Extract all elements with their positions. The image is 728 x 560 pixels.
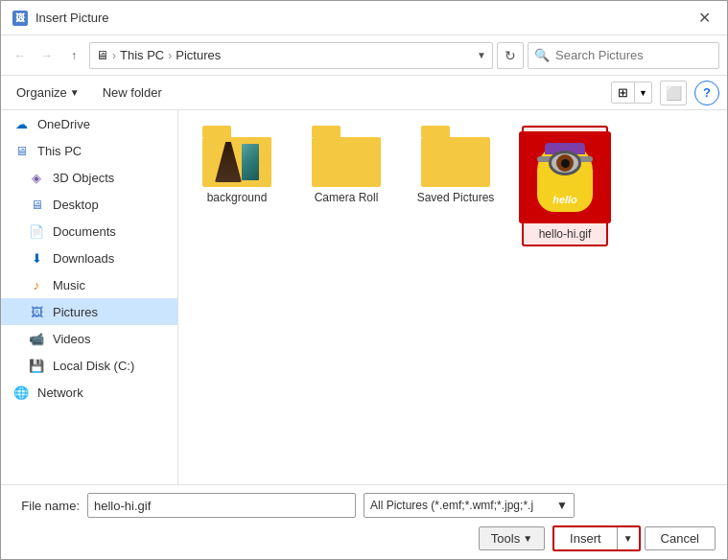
view-dropdown-arrow[interactable]: ▼	[635, 85, 651, 101]
saved-pictures-folder-icon	[421, 126, 490, 187]
dialog-title: Insert Picture	[35, 11, 109, 25]
filename-row: File name: All Pictures (*.emf;*.wmf;*.j…	[12, 493, 716, 518]
gif-label: hello-hi.gif	[539, 227, 592, 241]
title-bar: 🖼 Insert Picture ✕	[1, 1, 727, 35]
sidebar-item-network[interactable]: 🌐 Network	[1, 379, 177, 406]
sidebar-label-pictures: Pictures	[53, 305, 98, 319]
gif-thumbnail: hello	[519, 131, 611, 223]
3dobjects-icon: ◈	[28, 169, 45, 186]
hello-text: hello	[552, 194, 577, 205]
camera-roll-label: Camera Roll	[315, 191, 379, 204]
tree-shape	[215, 142, 242, 182]
file-camera-roll[interactable]: Camera Roll	[303, 126, 389, 246]
title-bar-left: 🖼 Insert Picture	[12, 11, 109, 26]
background-folder-icon	[202, 126, 271, 187]
sidebar-label-downloads: Downloads	[53, 251, 114, 266]
onedrive-icon: ☁	[12, 115, 30, 132]
minion-figure: hello	[531, 139, 599, 216]
back-button[interactable]: ←	[9, 44, 32, 67]
sidebar-label-localdisk: Local Disk (C:)	[53, 359, 134, 373]
insert-picture-dialog: 🖼 Insert Picture ✕ ← → ↑ 🖥 › This PC › P…	[0, 0, 728, 560]
bottom-bar: File name: All Pictures (*.emf;*.wmf;*.j…	[1, 484, 727, 559]
tools-button[interactable]: Tools ▼	[479, 526, 545, 550]
background-label: background	[207, 191, 268, 204]
sidebar-label-3dobjects: 3D Objects	[53, 171, 114, 185]
downloads-icon: ⬇	[28, 249, 45, 267]
path-pictures[interactable]: Pictures	[176, 48, 221, 62]
file-hello-hi-gif[interactable]: hello hello-hi.gif	[522, 126, 608, 246]
filename-input[interactable]	[87, 493, 356, 518]
sidebar-item-desktop[interactable]: 🖥 Desktop	[1, 191, 177, 218]
sidebar-item-videos[interactable]: 📹 Videos	[1, 325, 177, 352]
network-icon: 🌐	[12, 384, 30, 401]
close-button[interactable]: ✕	[693, 7, 716, 30]
folder-body	[421, 137, 490, 187]
path-dropdown-arrow[interactable]: ▼	[477, 50, 486, 60]
music-icon: ♪	[28, 276, 45, 293]
forward-button[interactable]: →	[35, 44, 59, 67]
organize-button[interactable]: Organize ▼	[9, 82, 87, 103]
new-folder-button[interactable]: New folder	[95, 82, 170, 103]
documents-icon: 📄	[28, 222, 45, 240]
toolbar: Organize ▼ New folder ⊞ ▼ ⬜ ?	[1, 76, 727, 110]
saved-pictures-label: Saved Pictures	[417, 191, 495, 204]
sidebar-label-music: Music	[53, 278, 85, 292]
localdisk-icon: 💾	[28, 357, 45, 374]
cancel-button[interactable]: Cancel	[645, 526, 716, 550]
insert-group: Insert ▼	[552, 525, 640, 551]
sidebar-item-3dobjects[interactable]: ◈ 3D Objects	[1, 164, 177, 191]
goggle	[549, 151, 581, 175]
door-panel	[242, 144, 259, 180]
sidebar-item-thispc[interactable]: 🖥 This PC	[1, 137, 177, 164]
address-bar: ← → ↑ 🖥 › This PC › Pictures ▼ ↻ 🔍	[1, 35, 727, 76]
help-button[interactable]: ?	[694, 81, 719, 105]
sidebar-item-music[interactable]: ♪ Music	[1, 271, 177, 298]
videos-icon: 📹	[28, 330, 45, 347]
folder-tab	[421, 126, 450, 137]
folder-tab	[202, 126, 231, 137]
buttons-row: Tools ▼ Insert ▼ Cancel	[12, 525, 716, 551]
file-area: background Camera Roll Saved Pictures	[178, 110, 727, 484]
sidebar-item-pictures[interactable]: 🖼 Pictures	[1, 298, 177, 325]
sidebar-item-downloads[interactable]: ⬇ Downloads	[1, 245, 177, 271]
pictures-icon: 🖼	[28, 303, 45, 320]
filetype-value: All Pictures (*.emf;*.wmf;*.jpg;*.j	[370, 499, 533, 512]
iris	[561, 159, 570, 168]
insert-dropdown-button[interactable]: ▼	[618, 527, 639, 549]
desktop-icon: 🖥	[28, 196, 45, 213]
filetype-select[interactable]: All Pictures (*.emf;*.wmf;*.jpg;*.j ▼	[364, 493, 575, 518]
path-sep-2: ›	[168, 49, 172, 62]
view-button[interactable]: ⊞ ▼	[611, 82, 652, 104]
search-input[interactable]	[555, 48, 713, 62]
file-saved-pictures[interactable]: Saved Pictures	[412, 126, 499, 246]
hello-text-area: hello	[537, 192, 593, 206]
path-thispc[interactable]: This PC	[120, 48, 164, 62]
view-icon: ⊞	[612, 82, 635, 103]
sidebar-label-desktop: Desktop	[53, 198, 99, 212]
path-computer-icon: 🖥	[96, 48, 108, 62]
folder-body	[312, 137, 381, 187]
sidebar-label-onedrive: OneDrive	[37, 117, 90, 131]
search-icon: 🔍	[534, 48, 550, 62]
dialog-icon: 🖼	[12, 11, 28, 26]
camera-roll-folder-icon	[312, 126, 381, 187]
sidebar-label-documents: Documents	[53, 224, 116, 239]
up-button[interactable]: ↑	[62, 44, 85, 67]
folder-tab	[312, 126, 341, 137]
filetype-arrow: ▼	[556, 499, 568, 512]
preview-pane-button[interactable]: ⬜	[660, 81, 687, 105]
insert-button[interactable]: Insert	[554, 527, 618, 549]
sidebar-item-documents[interactable]: 📄 Documents	[1, 218, 177, 245]
filename-label: File name:	[12, 499, 80, 513]
refresh-button[interactable]: ↻	[497, 42, 524, 69]
organize-label: Organize	[16, 85, 67, 100]
search-box: 🔍	[528, 42, 719, 69]
address-path[interactable]: 🖥 › This PC › Pictures ▼	[89, 42, 493, 69]
sidebar-item-onedrive[interactable]: ☁ OneDrive	[1, 110, 177, 137]
sidebar-label-thispc: This PC	[37, 144, 82, 158]
minion-body: hello	[537, 143, 593, 212]
folder-body	[202, 137, 271, 187]
file-background[interactable]: background	[194, 126, 280, 246]
sidebar-item-localdisk[interactable]: 💾 Local Disk (C:)	[1, 352, 177, 379]
tools-label: Tools	[491, 531, 520, 546]
